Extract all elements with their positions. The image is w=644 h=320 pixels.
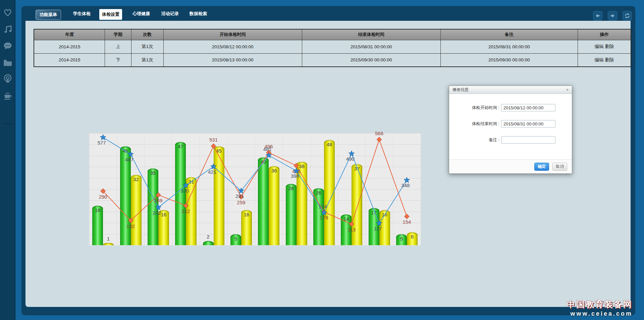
start-time-input[interactable] [501,104,555,111]
star-value-label: 291 [235,193,244,199]
star-value-label: 481 [263,146,272,152]
tab-student-exam[interactable]: 学生体检 [68,10,95,17]
cell-year: 2014-2015 [34,53,105,67]
coffee-icon[interactable] [3,91,13,101]
broadcast-icon[interactable] [3,74,13,84]
column-header: 次数 [131,29,163,40]
star-marker-12 [404,177,410,182]
sidebar [0,0,15,320]
star-value-label: 320 [180,188,189,194]
diamond-value-label: 113 [347,227,356,232]
cancel-button[interactable]: 取消 [552,163,567,171]
delete-link[interactable]: 删除 [604,44,615,49]
table-row: 2014-2015上第1次2015/08/12 00:00:002015/08/… [34,40,631,53]
cell-term: 下 [105,53,131,67]
star-marker-1 [100,135,106,140]
diamond-value-label: 566 [375,130,383,136]
diamond-marker-11 [377,137,382,142]
diamond-marker-8 [294,163,299,168]
edit-info-modal: 修改信息 × 体检开始时间 : 体检结束时间 : 备注 : 确定 取消 [449,86,572,174]
cell-start: 2015/08/12 00:00:00 [163,40,302,53]
column-header: 结束体检时间 [302,29,440,40]
remark-label: 备注 : [449,137,499,143]
star-value-label: 174 [318,204,327,209]
column-header: 备注 [440,29,578,40]
folder-icon[interactable] [3,58,13,68]
modal-title: 修改信息 [452,87,566,93]
cell-remark: 2015/09/30 00:00:00 [440,53,578,67]
star-marker-3 [155,205,161,210]
star-marker-10 [349,151,355,156]
end-time-input[interactable] [501,120,555,127]
delete-link[interactable]: 删除 [604,57,615,62]
diamond-marker-12 [405,214,409,219]
diamond-value-label: 259 [237,200,245,205]
exam-settings-table: 年度学期次数开始体检时间结束体检时间备注操作 2014-2015上第1次2015… [34,29,631,67]
cell-times: 第1次 [131,53,163,67]
column-header: 年度 [34,29,105,40]
modal-footer: 确定 取消 [449,159,572,173]
tab-data-search[interactable]: 数据检索 [185,10,212,17]
diamond-value-label: 154 [402,219,411,225]
star-marker-11 [376,220,382,226]
diamond-marker-10 [349,222,354,226]
edit-link[interactable]: 编辑 [594,44,604,49]
forward-arrow-icon[interactable] [608,11,617,20]
start-time-label: 体检开始时间 : [449,105,499,111]
diamond-marker-5 [211,144,216,148]
diamond-value-label: 178 [320,215,328,220]
tab-exam-settings[interactable]: 体检设置 [99,9,122,20]
star-value-label: 202 [153,210,161,216]
column-header: 学期 [105,29,131,40]
music-icon[interactable] [3,24,13,34]
cell-operations: 编辑删除 [578,40,631,53]
cell-operations: 编辑删除 [578,53,631,67]
cell-times: 第1次 [131,40,163,53]
edit-link[interactable]: 编辑 [594,57,604,62]
diamond-value-label: 531 [209,137,218,143]
star-marker-2 [128,151,133,157]
column-header: 开始体检时间 [163,29,302,40]
cell-year: 2014-2015 [34,40,105,53]
cell-term: 上 [105,40,131,53]
cell-end: 2015/08/31 00:00:00 [302,40,440,53]
back-arrow-icon[interactable] [593,11,602,20]
diamond-value-label: 132 [126,223,135,229]
diamond-value-label: 212 [182,208,190,214]
exam-statistics-chart: 1845354725402826141751321631451636384837… [89,133,421,245]
chart-lines-overlay: 2901322692125312594964261781135661545774… [89,133,421,245]
end-time-label: 体检结束时间 : [449,121,499,127]
table-header-row: 年度学期次数开始体检时间结束体检时间备注操作 [34,29,631,40]
heart-icon[interactable] [3,7,13,17]
diamond-value-label: 269 [154,198,162,203]
tab-mental-health[interactable]: 心理健康 [128,10,155,17]
refresh-icon[interactable] [623,11,632,20]
star-value-label: 577 [98,140,106,146]
remark-input[interactable] [501,136,555,144]
screen: 功能菜单 数据检索活动记录心理健康体检设置学生体检 年度学期次数开始体检时间结束… [0,0,644,320]
tab-activity-log[interactable]: 活动记录 [157,10,183,17]
sidebar-divider [2,123,13,124]
star-value-label: 348 [401,182,410,188]
diamond-value-label: 290 [99,194,107,200]
cell-remark: 2015/08/31 00:00:00 [440,40,578,53]
close-icon[interactable]: × [566,88,569,92]
chat-icon[interactable] [3,41,13,51]
star-value-label: 421 [208,169,216,175]
cell-start: 2015/08/13 00:00:00 [163,53,302,67]
table-row: 2014-2015下第1次2015/08/13 00:00:002015/09/… [34,53,631,67]
star-value-label: 487 [125,157,133,162]
ok-button[interactable]: 确定 [534,163,549,171]
modal-body: 体检开始时间 : 体检结束时间 : 备注 : [449,94,572,159]
diamond-marker-4 [183,203,188,208]
star-value-label: 117 [374,226,382,231]
menu-button[interactable]: 功能菜单 [36,10,61,20]
cell-end: 2015/09/30 00:00:00 [302,53,440,67]
star-value-label: 398 [291,173,299,179]
star-value-label: 490 [346,156,355,162]
column-header: 操作 [578,29,631,40]
tab-bar: 功能菜单 数据检索活动记录心理健康体检设置学生体检 [21,6,635,21]
modal-title-bar: 修改信息 × [449,86,572,94]
